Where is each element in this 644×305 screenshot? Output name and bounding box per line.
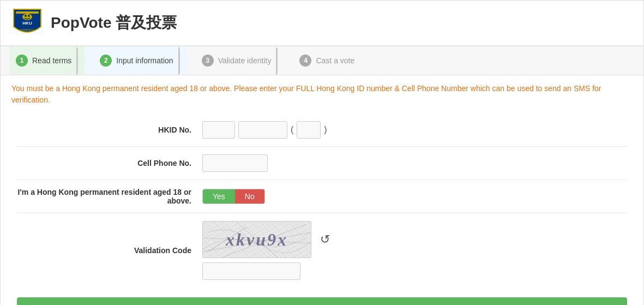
hku-logo: HKU SAPIENTIA — [11, 7, 43, 39]
paren-open: ( — [291, 125, 293, 135]
submit-button[interactable]: Submit Information — [17, 297, 627, 305]
refresh-icon[interactable]: ↺ — [320, 232, 330, 247]
step-4: 4 Cast a vote — [284, 46, 368, 75]
captcha-input-row — [202, 262, 330, 280]
step-4-number: 4 — [299, 55, 311, 67]
step-2-label: Input information — [116, 56, 173, 65]
phone-label: Cell Phone No. — [17, 159, 202, 168]
steps-bar: 1 Read terms 2 Input information 3 Valid… — [1, 46, 643, 75]
step-2-number: 2 — [100, 55, 112, 67]
hkid-label: HKID No. — [17, 125, 202, 134]
info-message: You must be a Hong Kong permanent reside… — [1, 75, 643, 113]
captcha-row: Validation Code — [17, 213, 627, 288]
svg-point-5 — [28, 15, 30, 17]
step-1[interactable]: 1 Read terms — [9, 46, 85, 75]
captcha-image: xkvu9x — [202, 221, 311, 258]
header: HKU SAPIENTIA PopVote 普及投票 — [1, 1, 643, 46]
hkid-row: HKID No. ( ) — [17, 113, 627, 147]
step-1-number: 1 — [16, 55, 28, 67]
step-4-label: Cast a vote — [316, 56, 354, 65]
captcha-text: xkvu9x — [226, 230, 288, 250]
phone-row: Cell Phone No. — [17, 147, 627, 180]
phone-control — [202, 154, 627, 172]
resident-label: I'm a Hong Kong permanent resident aged … — [17, 188, 202, 205]
paren-close: ) — [324, 125, 327, 135]
resident-control: Yes No — [202, 189, 627, 204]
hkid-check-input[interactable] — [297, 121, 321, 139]
svg-rect-0 — [16, 11, 39, 14]
svg-text:SAPIENTIA: SAPIENTIA — [20, 28, 35, 32]
step-3-number: 3 — [202, 55, 214, 67]
step-3-label: Validate identity — [218, 56, 272, 65]
main-container: HKU SAPIENTIA PopVote 普及投票 1 Read terms … — [0, 0, 644, 305]
yes-button[interactable]: Yes — [203, 189, 235, 204]
captcha-control: xkvu9x ↺ — [202, 221, 627, 280]
resident-toggle: Yes No — [202, 189, 265, 204]
form-area: HKID No. ( ) Cell Phone No. I'm a Hong K… — [1, 113, 643, 288]
svg-point-4 — [25, 15, 27, 17]
svg-text:HKU: HKU — [22, 21, 32, 26]
no-button[interactable]: No — [235, 189, 264, 204]
captcha-section: xkvu9x ↺ — [202, 221, 330, 280]
submit-area: Submit Information — [1, 288, 643, 305]
captcha-label: Validation Code — [17, 246, 202, 255]
hkid-control: ( ) — [202, 121, 627, 139]
hkid-numbers-input[interactable] — [238, 121, 287, 139]
step-3: 3 Validate identity — [186, 46, 285, 75]
captcha-image-row: xkvu9x ↺ — [202, 221, 330, 258]
site-title: PopVote 普及投票 — [51, 13, 177, 33]
captcha-input[interactable] — [202, 262, 300, 280]
phone-input[interactable] — [202, 154, 268, 172]
info-text: You must be a Hong Kong permanent reside… — [11, 84, 601, 104]
step-2[interactable]: 2 Input information — [85, 46, 186, 75]
resident-row: I'm a Hong Kong permanent resident aged … — [17, 180, 627, 213]
step-1-label: Read terms — [32, 56, 71, 65]
hkid-letters-input[interactable] — [202, 121, 235, 139]
